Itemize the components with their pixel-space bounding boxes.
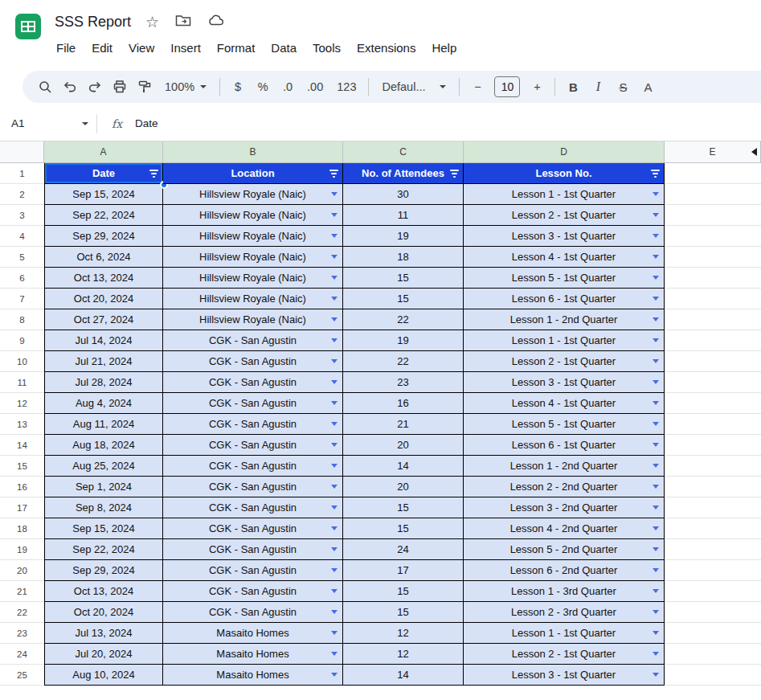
dropdown-icon[interactable]: [653, 485, 659, 489]
menu-file[interactable]: File: [48, 39, 84, 57]
cell-date[interactable]: Jul 21, 2024: [44, 351, 163, 372]
cell-attendees[interactable]: 12: [343, 644, 464, 665]
row-number[interactable]: 9: [0, 330, 44, 351]
cell-date[interactable]: Sep 29, 2024: [44, 226, 163, 247]
decrease-font-size-button[interactable]: −: [466, 76, 489, 98]
cell-empty[interactable]: [665, 644, 761, 665]
dropdown-icon[interactable]: [653, 401, 659, 405]
menu-tools[interactable]: Tools: [305, 39, 349, 57]
cell-date[interactable]: Aug 4, 2024: [44, 393, 163, 414]
menu-data[interactable]: Data: [263, 39, 305, 57]
cell-empty[interactable]: [665, 456, 761, 477]
cell-date[interactable]: Jul 13, 2024: [44, 623, 163, 644]
cell-location[interactable]: CGK - San Agustin: [163, 477, 343, 497]
row-number[interactable]: 4: [0, 226, 44, 247]
row-number[interactable]: 14: [0, 435, 44, 456]
row-number[interactable]: 16: [0, 477, 44, 497]
cell-attendees[interactable]: 15: [343, 289, 464, 309]
dropdown-icon[interactable]: [653, 464, 659, 468]
cell-lesson[interactable]: Lesson 6 - 1st Quarter: [464, 435, 665, 456]
currency-format-button[interactable]: $: [227, 76, 249, 98]
cell-date[interactable]: Aug 25, 2024: [44, 456, 163, 477]
print-button[interactable]: [108, 76, 131, 98]
cell-date[interactable]: Oct 6, 2024: [44, 247, 163, 268]
font-size-input[interactable]: 10: [494, 76, 520, 97]
column-header-e[interactable]: E: [665, 141, 761, 163]
cell-empty[interactable]: [665, 309, 761, 330]
row-number[interactable]: 24: [0, 644, 44, 665]
dropdown-icon[interactable]: [331, 401, 338, 405]
cell-location[interactable]: Hillsview Royale (Naic): [163, 184, 343, 205]
dropdown-icon[interactable]: [653, 652, 659, 656]
cell-attendees[interactable]: 16: [343, 393, 464, 414]
dropdown-icon[interactable]: [331, 422, 338, 426]
cell-lesson[interactable]: Lesson 2 - 1st Quarter: [464, 205, 665, 226]
cell-date[interactable]: Jul 14, 2024: [44, 330, 163, 351]
row-number[interactable]: 10: [0, 351, 44, 372]
search-button[interactable]: [34, 76, 56, 98]
cell-attendees[interactable]: 20: [343, 435, 464, 456]
dropdown-icon[interactable]: [331, 589, 338, 593]
cell-location[interactable]: Masaito Homes: [163, 644, 343, 665]
cell-lesson[interactable]: Lesson 2 - 3rd Quarter: [464, 602, 665, 623]
cell-empty[interactable]: [665, 268, 761, 289]
row-number[interactable]: 22: [0, 602, 44, 623]
cell-lesson[interactable]: Lesson 2 - 1st Quarter: [464, 644, 665, 665]
cell-location[interactable]: Masaito Homes: [163, 623, 343, 644]
cell-lesson[interactable]: Lesson 1 - 3rd Quarter: [464, 581, 665, 602]
undo-button[interactable]: [59, 76, 81, 98]
cell-attendees[interactable]: 19: [343, 226, 464, 247]
cell-empty[interactable]: [665, 581, 761, 602]
dropdown-icon[interactable]: [331, 526, 338, 530]
row-number[interactable]: 12: [0, 393, 44, 414]
cell-lesson[interactable]: Lesson 4 - 1st Quarter: [464, 393, 665, 414]
cell-lesson[interactable]: Lesson 4 - 1st Quarter: [464, 247, 665, 268]
row-number[interactable]: 15: [0, 456, 44, 477]
cell-date[interactable]: Jul 28, 2024: [44, 372, 163, 393]
cell-empty[interactable]: [665, 560, 761, 581]
cell-attendees[interactable]: 15: [343, 268, 464, 289]
dropdown-icon[interactable]: [331, 506, 338, 510]
cell-lesson[interactable]: Lesson 1 - 1st Quarter: [464, 623, 665, 644]
cell-date[interactable]: Sep 8, 2024: [44, 497, 163, 518]
cell-attendees[interactable]: 14: [343, 665, 464, 686]
dropdown-icon[interactable]: [331, 380, 338, 384]
dropdown-icon[interactable]: [653, 568, 659, 572]
dropdown-icon[interactable]: [653, 359, 659, 363]
filter-icon[interactable]: [449, 170, 460, 178]
cell-date[interactable]: Oct 13, 2024: [44, 268, 163, 289]
header-cell-lesson-no[interactable]: Lesson No.: [464, 163, 665, 184]
cell-lesson[interactable]: Lesson 6 - 1st Quarter: [464, 289, 665, 309]
collapse-panel-icon[interactable]: [751, 148, 757, 156]
cell-attendees[interactable]: 14: [343, 456, 464, 477]
cell-location[interactable]: Hillsview Royale (Naic): [163, 226, 343, 247]
dropdown-icon[interactable]: [331, 234, 338, 238]
column-header-a[interactable]: A: [44, 141, 163, 163]
row-number[interactable]: 3: [0, 205, 44, 226]
cell-empty[interactable]: [665, 665, 761, 686]
cell-lesson[interactable]: Lesson 5 - 2nd Quarter: [464, 539, 665, 560]
cell-date[interactable]: Sep 1, 2024: [44, 477, 163, 497]
menu-edit[interactable]: Edit: [84, 39, 121, 57]
row-number[interactable]: 23: [0, 623, 44, 644]
cell-empty[interactable]: [665, 163, 761, 184]
bold-button[interactable]: B: [562, 76, 584, 98]
cell-location[interactable]: CGK - San Agustin: [163, 581, 343, 602]
cell-empty[interactable]: [665, 184, 761, 205]
cell-attendees[interactable]: 21: [343, 414, 464, 435]
cell-lesson[interactable]: Lesson 1 - 2nd Quarter: [464, 456, 665, 477]
cell-empty[interactable]: [665, 372, 761, 393]
cell-location[interactable]: Hillsview Royale (Naic): [163, 268, 343, 289]
star-icon[interactable]: ☆: [145, 14, 159, 30]
dropdown-icon[interactable]: [653, 297, 659, 301]
dropdown-icon[interactable]: [331, 485, 338, 489]
dropdown-icon[interactable]: [653, 526, 659, 530]
text-color-button[interactable]: A: [636, 76, 659, 98]
row-number[interactable]: 2: [0, 184, 44, 205]
cell-location[interactable]: Hillsview Royale (Naic): [163, 247, 343, 268]
row-number[interactable]: 8: [0, 309, 44, 330]
cell-empty[interactable]: [665, 602, 761, 623]
cell-empty[interactable]: [665, 289, 761, 309]
row-number[interactable]: 1: [0, 163, 44, 184]
cell-attendees[interactable]: 12: [343, 623, 464, 644]
